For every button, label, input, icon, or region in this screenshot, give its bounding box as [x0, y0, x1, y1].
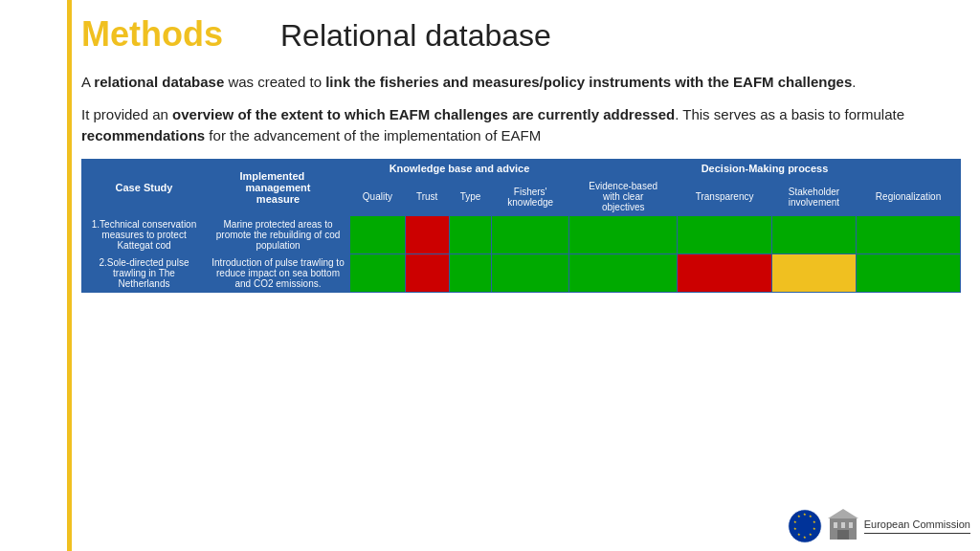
paragraph-2: It provided an overview of the extent to… [81, 104, 961, 146]
row2-trust [405, 254, 449, 293]
svg-rect-15 [837, 530, 849, 540]
col-group-knowledge: Knowledge base and advice [350, 160, 569, 178]
row1-regionalization [857, 216, 961, 254]
eu-flag-icon: ★ ★ ★ ★ ★ ★ ★ ★ ★ ★ [788, 509, 822, 543]
col-quality: Quality [350, 178, 406, 216]
relational-database-table: Case Study Implemented managementmeasure… [81, 159, 961, 293]
row2-evidence-based [569, 254, 678, 293]
table-header-group-row: Case Study Implemented managementmeasure… [82, 160, 961, 178]
svg-text:★: ★ [793, 519, 797, 524]
col-type: Type [449, 178, 492, 216]
eu-commission-text-line: European Commission [864, 518, 970, 531]
svg-text:★: ★ [813, 519, 816, 524]
svg-text:★: ★ [793, 526, 797, 531]
svg-marker-16 [828, 509, 858, 518]
row2-impl-measure: Introduction of pulse trawling to reduce… [207, 254, 350, 293]
col-regionalization: Regionalization [857, 178, 961, 216]
bold-relational-database: relational database [94, 74, 224, 90]
eu-commission-divider [864, 533, 970, 535]
row2-transparency [678, 254, 771, 293]
col-stakeholder: Stakeholderinvolvement [771, 178, 856, 216]
svg-text:★: ★ [813, 526, 816, 531]
eu-commission-label: European Commission [864, 518, 970, 535]
svg-text:★: ★ [803, 535, 807, 540]
row1-case-study: 1.Technical conservation measures to pro… [82, 216, 207, 254]
body-text-section: A relational database was created to lin… [81, 72, 961, 145]
row2-quality [350, 254, 406, 293]
col-evidence-based: Evidence-basedwith clearobjectives [569, 178, 678, 216]
row1-stakeholder [771, 216, 856, 254]
col-group-decision: Decision-Making process [569, 160, 961, 178]
col-fishers-knowledge: Fishers'knowledge [492, 178, 569, 216]
row1-trust [405, 216, 449, 254]
row1-type [449, 216, 492, 254]
commission-building-icon [828, 509, 858, 543]
col-impl-measure: Implemented managementmeasure [207, 160, 350, 216]
row2-regionalization [857, 254, 961, 293]
row1-evidence-based [569, 216, 678, 254]
bold-recommendations: recommendations [81, 127, 205, 143]
col-trust: Trust [405, 178, 449, 216]
row1-transparency [678, 216, 771, 254]
svg-rect-14 [849, 522, 853, 528]
paragraph-1: A relational database was created to lin… [81, 72, 961, 93]
row1-quality [350, 216, 406, 254]
svg-text:★: ★ [797, 532, 801, 537]
row2-stakeholder [771, 254, 856, 293]
svg-rect-12 [834, 522, 837, 528]
table-row: 1.Technical conservation measures to pro… [82, 216, 961, 254]
left-accent-bar [67, 0, 72, 551]
bold-link-fisheries: link the fisheries and measures/policy i… [325, 74, 852, 90]
footer-logo-area: ★ ★ ★ ★ ★ ★ ★ ★ ★ ★ European Commission [788, 509, 970, 543]
svg-text:★: ★ [809, 514, 813, 518]
slide-subtitle: Relational database [280, 18, 551, 54]
row2-type [449, 254, 492, 293]
content-wrapper: Methods Relational database A relational… [81, 14, 961, 541]
methods-title: Methods [81, 14, 223, 55]
col-case-study: Case Study [82, 160, 207, 216]
svg-text:★: ★ [803, 512, 807, 517]
slide-header: Methods Relational database [81, 14, 961, 55]
table-row: 2.Sole-directed pulse trawling in The Ne… [82, 254, 961, 293]
row1-fishers-knowledge [492, 216, 569, 254]
row2-fishers-knowledge [492, 254, 569, 293]
row1-impl-measure: Marine protected areas to promote the re… [207, 216, 350, 254]
svg-text:★: ★ [809, 532, 813, 537]
row2-case-study: 2.Sole-directed pulse trawling in The Ne… [82, 254, 207, 293]
bold-overview: overview of the extent to which EAFM cha… [172, 106, 675, 122]
svg-text:★: ★ [797, 514, 801, 518]
table-body: 1.Technical conservation measures to pro… [82, 216, 961, 293]
col-transparency: Transparency [678, 178, 771, 216]
svg-rect-13 [841, 522, 845, 528]
